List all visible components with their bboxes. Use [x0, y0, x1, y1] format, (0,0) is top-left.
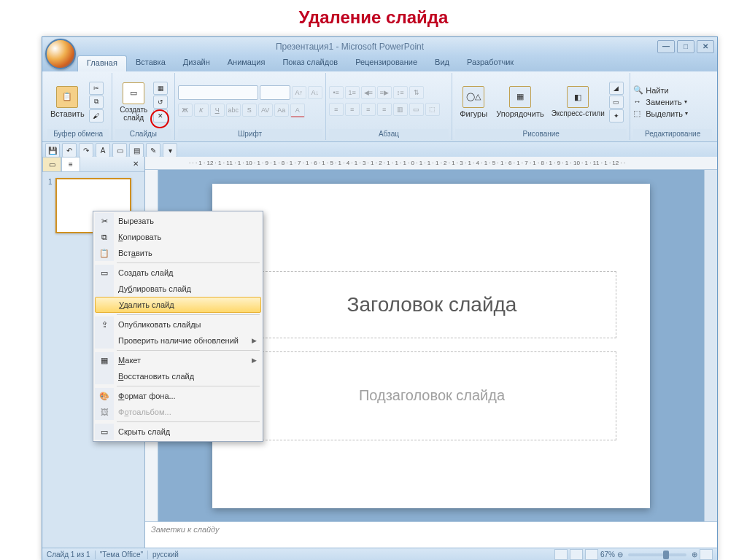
smartart-button[interactable]: ⬚ — [425, 103, 440, 116]
office-button[interactable] — [45, 39, 76, 69]
thumbnails-tab[interactable]: ▭ — [42, 157, 61, 172]
shapes-button[interactable]: ◯△ Фигуры — [455, 85, 492, 120]
text-direction-button[interactable]: ⇅ — [409, 86, 424, 99]
shrink-font-button[interactable]: A↓ — [308, 86, 322, 99]
qat-btn6[interactable]: ▤ — [129, 143, 144, 158]
align-text-button[interactable]: ▭ — [409, 103, 424, 116]
shadow-button[interactable]: S — [242, 104, 257, 117]
strike-button[interactable]: abc — [226, 104, 241, 117]
replace-icon: ↔ — [633, 97, 643, 107]
title-placeholder[interactable]: Заголовок слайда — [247, 271, 616, 338]
quick-styles-button[interactable]: ◧ Экспресс-стили — [549, 85, 608, 119]
decrease-indent-button[interactable]: ◀≡ — [361, 86, 376, 99]
ctx-reset[interactable]: Восстановить слайд — [95, 368, 261, 384]
subtitle-placeholder[interactable]: Подзаголовок слайда — [247, 351, 616, 440]
outline-tab[interactable]: ≡ — [61, 157, 80, 172]
font-name-combo[interactable] — [178, 85, 258, 100]
view-sorter-button[interactable] — [570, 549, 583, 560]
ctx-hide-slide[interactable]: ▭Скрыть слайд — [95, 424, 261, 440]
qat-save-button[interactable]: 💾 — [45, 143, 60, 158]
scissors-icon: ✂ — [101, 217, 108, 226]
ctx-copy[interactable]: ⧉Копировать — [95, 229, 261, 245]
qat-btn8[interactable]: ▾ — [163, 143, 177, 158]
tab-view[interactable]: Вид — [426, 55, 458, 71]
ctx-cut[interactable]: ✂Вырезать — [95, 213, 261, 229]
qat-undo-button[interactable]: ↶ — [62, 143, 77, 158]
slide: Заголовок слайда Подзаголовок слайда — [212, 184, 650, 508]
ribbon: 📋 Вставить ✂ ⧉ 🖌 Буфер обмена ▭ Создать … — [42, 71, 717, 142]
zoom-out-button[interactable]: ⊖ — [617, 551, 623, 559]
ctx-format-bg[interactable]: 🎨Формат фона... — [95, 388, 261, 404]
ctx-layout[interactable]: ▦Макет▶ — [95, 352, 261, 368]
fit-button[interactable] — [700, 549, 713, 560]
view-normal-button[interactable] — [554, 549, 568, 560]
qat-btn7[interactable]: ✎ — [146, 143, 160, 158]
zoom-slider[interactable] — [628, 553, 686, 556]
close-button[interactable]: ✕ — [697, 40, 714, 53]
align-center-button[interactable]: ≡ — [345, 103, 360, 116]
qat-redo-button[interactable]: ↷ — [79, 143, 93, 158]
tab-insert[interactable]: Вставка — [127, 55, 174, 71]
qat-btn4[interactable]: A — [96, 143, 110, 158]
arrange-button[interactable]: ▦ Упорядочить — [493, 85, 546, 120]
shape-effects-button[interactable]: ✦ — [609, 109, 624, 122]
ctx-delete-slide[interactable]: Удалить слайд — [95, 297, 261, 313]
zoom-value[interactable]: 67% — [600, 551, 615, 559]
paste-icon: 📋 — [99, 249, 109, 258]
minimize-button[interactable]: — — [657, 40, 675, 53]
replace-button[interactable]: ↔Заменить▾ — [633, 97, 686, 107]
bold-button[interactable]: Ж — [178, 104, 193, 117]
zoom-in-button[interactable]: ⊕ — [692, 551, 697, 559]
ctx-new-slide[interactable]: ▭Создать слайд — [95, 265, 261, 281]
font-size-combo[interactable] — [260, 85, 290, 100]
find-button[interactable]: 🔍Найти — [633, 85, 668, 96]
ctx-photo-album: 🖼Фотоальбом... — [95, 404, 261, 420]
tab-design[interactable]: Дизайн — [174, 55, 219, 71]
paste-button[interactable]: 📋 Вставить — [47, 85, 88, 120]
tab-animation[interactable]: Анимация — [219, 55, 274, 71]
qat-btn5[interactable]: ▭ — [112, 143, 127, 158]
tab-slideshow[interactable]: Показ слайдов — [274, 55, 347, 71]
panel-close-button[interactable]: ✕ — [127, 157, 144, 171]
copy-button[interactable]: ⧉ — [89, 96, 104, 109]
ctx-check-updates[interactable]: Проверить наличие обновлений▶ — [95, 332, 261, 349]
line-spacing-button[interactable]: ↕≡ — [393, 86, 408, 99]
align-right-button[interactable]: ≡ — [361, 103, 376, 116]
cut-button[interactable]: ✂ — [89, 82, 104, 95]
ctx-publish[interactable]: ⇪Опубликовать слайды — [95, 316, 261, 332]
new-slide-icon: ▭ — [101, 268, 108, 278]
new-slide-label: Создать слайд — [120, 106, 147, 122]
ctx-paste[interactable]: 📋Вставить — [95, 245, 261, 261]
char-spacing-button[interactable]: AV — [258, 104, 273, 117]
format-painter-button[interactable]: 🖌 — [89, 109, 104, 122]
shapes-label: Фигуры — [460, 109, 487, 118]
tab-review[interactable]: Рецензирование — [347, 55, 426, 71]
align-left-button[interactable]: ≡ — [329, 103, 344, 116]
select-button[interactable]: ⬚Выделить▾ — [633, 109, 688, 119]
reset-button[interactable]: ↺ — [153, 96, 168, 109]
maximize-button[interactable]: □ — [677, 40, 694, 53]
status-language[interactable]: русский — [152, 551, 179, 559]
notes-pane[interactable]: Заметки к слайду — [145, 521, 717, 548]
tab-home[interactable]: Главная — [77, 55, 127, 71]
ribbon-tabs: Главная Вставка Дизайн Анимация Показ сл… — [42, 55, 717, 71]
view-slideshow-button[interactable] — [585, 549, 598, 560]
grow-font-button[interactable]: A↑ — [292, 86, 306, 99]
increase-indent-button[interactable]: ≡▶ — [377, 86, 392, 99]
justify-button[interactable]: ≡ — [377, 103, 392, 116]
italic-button[interactable]: К — [194, 104, 209, 117]
columns-button[interactable]: ▥ — [393, 103, 408, 116]
shape-fill-button[interactable]: ◢ — [609, 82, 624, 95]
vertical-scrollbar[interactable] — [704, 170, 717, 521]
tab-developer[interactable]: Разработчик — [458, 55, 522, 71]
new-slide-button[interactable]: ▭ Создать слайд — [115, 81, 152, 123]
layout-button[interactable]: ▦ — [153, 82, 168, 95]
ctx-duplicate[interactable]: Дублировать слайд — [95, 281, 261, 297]
change-case-button[interactable]: Aa — [274, 104, 289, 117]
font-color-button[interactable]: A — [290, 104, 305, 117]
underline-button[interactable]: Ч — [210, 104, 225, 117]
shape-outline-button[interactable]: ▭ — [609, 96, 624, 109]
bullets-button[interactable]: •≡ — [329, 86, 344, 99]
numbering-button[interactable]: 1≡ — [345, 86, 360, 99]
album-icon: 🖼 — [101, 408, 109, 416]
